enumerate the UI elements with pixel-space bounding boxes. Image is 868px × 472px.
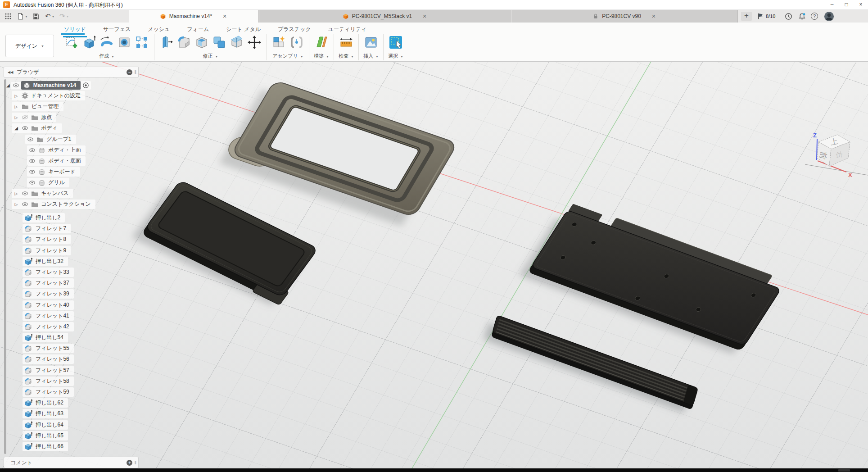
feature-row[interactable]: フィレット41 [23,311,74,321]
workspace-selector[interactable]: デザイン▼ [5,35,54,57]
eye-off-icon[interactable] [22,115,28,120]
feature-row[interactable]: 押し出し2 [23,213,65,222]
help-button[interactable]: ? [811,11,818,21]
feature-row[interactable]: フィレット33 [23,268,74,277]
close-tab-icon[interactable]: ✕ [222,14,228,19]
group-label-create[interactable]: 作成 ▼ [99,53,114,59]
close-window-button[interactable]: × [854,0,868,9]
tree-item-construction[interactable]: ▷コンストラクション [12,200,95,209]
eye-icon[interactable] [29,148,36,153]
feature-row[interactable]: 押し出し62 [23,398,68,408]
feature-row[interactable]: フィレット57 [23,366,74,375]
feature-row[interactable]: フィレット55 [23,344,74,353]
measure-button[interactable] [338,34,354,50]
expand-icon[interactable]: ▷ [14,202,19,207]
combine-button[interactable] [211,34,227,50]
eye-icon[interactable] [27,137,34,142]
group-label-construct[interactable]: 構築 ▼ [314,53,329,59]
document-tab-pc9801cv-m5stack[interactable]: PC-9801CV_M5Stack v1 ✕ [259,10,511,23]
split-body-button[interactable] [229,34,245,50]
panel-minus-button[interactable]: − [127,69,132,75]
feature-row[interactable]: フィレット58 [23,377,74,386]
tree-item-grill[interactable]: グリル [27,178,69,187]
feature-row[interactable]: フィレット8 [23,235,71,244]
root-selected[interactable]: Maxmachine v14 [21,81,81,90]
feature-row[interactable]: フィレット7 [23,224,71,233]
panel-grip[interactable]: ‖ [134,69,136,75]
viewport-canvas[interactable]: Z X 上 前 右 ▼ ▼ ▼ ▼ ▼ [0,62,868,468]
expand-icon[interactable]: ▷ [14,115,19,120]
document-tab-maxmachine[interactable]: Maxmachine v14* ✕ [129,10,259,23]
group-label-select[interactable]: 選択 ▼ [388,53,403,59]
move-button[interactable] [246,34,262,50]
feature-row[interactable]: 押し出し65 [23,431,68,440]
eye-icon[interactable] [22,126,28,131]
activate-radio-icon[interactable] [82,82,89,89]
close-tab-icon[interactable]: ✕ [651,14,657,19]
insert-image-button[interactable] [363,34,379,50]
feature-row[interactable]: フィレット59 [23,387,74,397]
collapse-panel-icon[interactable]: ◀◀ [8,70,13,74]
group-label-inspect[interactable]: 検査 ▼ [339,53,354,59]
feature-row[interactable]: 押し出し66 [23,442,68,451]
eye-icon[interactable] [22,202,28,207]
create-sketch-button[interactable] [63,34,80,50]
group-label-insert[interactable]: 挿入 ▼ [363,53,379,59]
tree-item-keyboard[interactable]: キーボード [27,167,80,177]
feature-row[interactable]: 押し出し64 [23,420,68,430]
expand-icon[interactable]: ◢ [6,83,10,88]
hole-button[interactable] [116,34,132,50]
eye-icon[interactable] [13,83,19,88]
user-avatar[interactable] [824,11,834,21]
select-button[interactable] [388,34,404,50]
revolve-button[interactable] [99,34,115,50]
eye-icon[interactable] [29,159,36,163]
comment-input[interactable]: コメント + ‖ [4,457,139,468]
press-pull-button[interactable] [158,34,175,50]
extrude-button[interactable] [81,34,97,50]
new-component-button[interactable] [271,34,287,50]
tree-item-bodies[interactable]: ◢ボディ [12,123,62,133]
body-keyboard-tray[interactable] [140,180,320,305]
feature-row[interactable]: フィレット39 [23,289,74,299]
tree-item-document-settings[interactable]: ▷ドキュメントの設定 [12,91,85,100]
expand-icon[interactable]: ◢ [14,126,19,131]
feature-row[interactable]: 押し出し63 [23,409,68,418]
tree-item-group1[interactable]: グループ1 [25,135,76,144]
group-label-modify[interactable]: 修正 ▼ [203,53,218,59]
pattern-button[interactable] [134,34,150,50]
shell-button[interactable] [194,34,210,50]
feature-row[interactable]: 押し出し32 [23,257,68,266]
tree-item-canvas[interactable]: ▷キャンバス [12,189,73,198]
undo-button[interactable]: ↶▼ [45,11,55,21]
document-tab-pc9801cv[interactable]: PC-9801CV v90 ✕ [512,10,738,23]
tree-item-origin[interactable]: ▷原点 [12,113,56,122]
feature-row[interactable]: フィレット56 [23,354,74,364]
expand-icon[interactable]: ▷ [14,104,19,109]
expand-icon[interactable]: ▷ [14,191,19,196]
browser-scrollbar[interactable] [4,79,6,454]
close-tab-icon[interactable]: ✕ [421,14,428,19]
tree-item-view-management[interactable]: ▷ビュー管理 [12,102,63,111]
feature-row[interactable]: フィレット42 [23,322,74,331]
eye-icon[interactable] [29,180,36,185]
minimize-button[interactable]: – [825,0,839,9]
file-menu-button[interactable]: ▼ [17,11,28,21]
save-button[interactable] [32,11,39,21]
body-bottom-panel[interactable] [528,202,787,351]
extensions-clock-button[interactable] [785,11,792,21]
app-menu-button[interactable] [5,11,12,21]
group-label-assembly[interactable]: アセンブリ ▼ [272,53,303,59]
fillet-button[interactable] [176,34,192,50]
expand-icon[interactable]: ▷ [14,94,19,98]
view-cube[interactable]: Z X 上 前 右 [805,128,868,185]
redo-button[interactable]: ↷▼ [59,11,69,21]
feature-row[interactable]: フィレット40 [23,300,74,310]
maximize-button[interactable]: □ [839,0,854,9]
feature-row[interactable]: 押し出し54 [23,333,68,342]
browser-root-row[interactable]: ◢ Maxmachine v14 [6,80,91,90]
tree-item-body-bottom[interactable]: ボディ・底面 [27,156,86,166]
job-status-button[interactable]: 8/10 [757,11,775,21]
construction-plane-button[interactable] [313,34,330,50]
tree-item-body-top[interactable]: ボディ・上面 [27,145,86,155]
